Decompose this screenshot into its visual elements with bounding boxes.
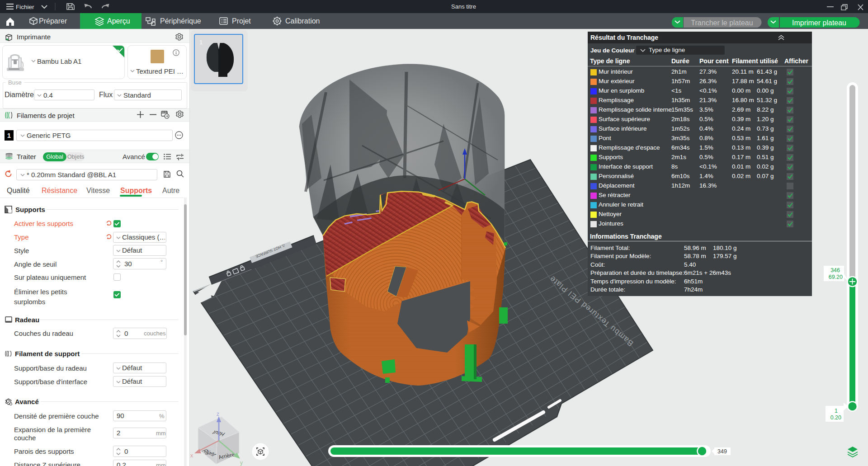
svg-text:346: 346 [830,267,840,273]
svg-text:Imprimer plateau: Imprimer plateau [792,19,846,27]
svg-text:69.20: 69.20 [829,274,843,280]
svg-text:Projet: Projet [232,17,251,25]
svg-text:Calibration: Calibration [285,17,320,25]
svg-text:y: y [240,460,243,466]
svg-text:Trancher le plateau: Trancher le plateau [691,19,753,27]
svg-text:x: x [190,452,193,459]
svg-text:Fichier: Fichier [16,4,34,10]
svg-text:Préparer: Préparer [39,17,67,25]
svg-text:0.20: 0.20 [830,414,841,421]
svg-text:Sans titre: Sans titre [451,3,476,10]
svg-text:z: z [217,411,219,417]
svg-text:Périphérique: Périphérique [160,17,201,25]
svg-text:1: 1 [835,408,838,414]
svg-text:Aperçu: Aperçu [107,17,130,25]
svg-text:349: 349 [717,448,727,455]
